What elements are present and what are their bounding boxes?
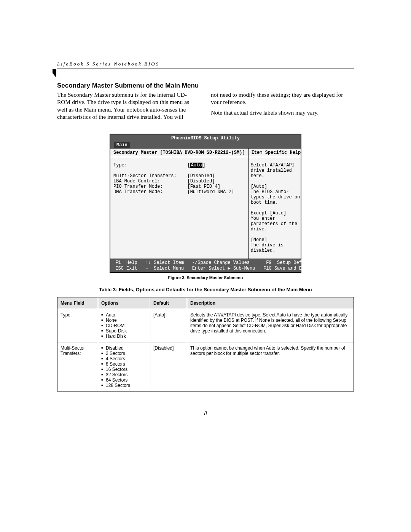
svg-marker-0 — [53, 69, 56, 78]
section-heading: Secondary Master Submenu of the Main Men… — [57, 82, 354, 89]
cell-default: [Disabled] — [150, 342, 187, 391]
intro-text-right-2: Note that actual drive labels shown may … — [211, 109, 354, 116]
bios-help-header: Item Specific Help — [249, 149, 304, 157]
table-header: Options — [98, 297, 150, 309]
cell-options: AutoNoneCD-ROMSuperDiskHard Disk — [98, 309, 150, 342]
running-header: LifeBook S Series Notebook BIOS — [57, 61, 354, 69]
bios-settings-panel: Type: [Auto] Multi-Sector Transfers: [Di… — [110, 157, 248, 248]
table-row: Multi-Sector Transfers:Disabled2 Sectors… — [57, 342, 354, 391]
table-header: Menu Field — [57, 297, 98, 309]
bios-breadcrumb: Secondary Master [TOSHIBA DVD-ROM SD-R22… — [110, 149, 248, 157]
cell-default: [Auto] — [150, 309, 187, 342]
cell-description: Selects the ATA/ATAPI device type. Selec… — [187, 309, 354, 342]
option-item: 128 Sectors — [101, 383, 147, 388]
option-item: 2 Sectors — [101, 351, 147, 356]
bios-screenshot: PhoenixBIOS Setup Utility Main Secondary… — [110, 134, 301, 273]
option-item: SuperDisk — [101, 328, 147, 334]
figure-caption: Figure 3. Secondary Master Submenu — [57, 275, 354, 280]
option-item: 8 Sectors — [101, 361, 147, 367]
table-header: Description — [187, 297, 354, 309]
intro-text-left: The Secondary Master submenu is for the … — [57, 91, 200, 121]
table-header: Default — [150, 297, 187, 309]
option-item: Hard Disk — [101, 334, 147, 339]
intro-text-right-1: not need to modify these settings; they … — [211, 91, 354, 106]
cell-description: This option cannot be changed when Auto … — [187, 342, 354, 391]
option-item: None — [101, 318, 147, 323]
bios-tab-main: Main — [114, 142, 130, 148]
cell-field: Multi-Sector Transfers: — [57, 342, 98, 391]
table-caption: Table 3: Fields, Options and Defaults fo… — [57, 287, 354, 292]
cell-field: Type: — [57, 309, 98, 342]
bios-help-text: Select ATA/ATAPI drive installed here. [… — [249, 157, 304, 259]
bios-title: PhoenixBIOS Setup Utility — [110, 134, 301, 142]
option-item: Disabled — [101, 345, 147, 351]
bios-key-legend: F1 Help ↑↓ Select Item -/Space Change Va… — [110, 259, 301, 272]
option-item: 4 Sectors — [101, 356, 147, 361]
options-table: Menu FieldOptionsDefaultDescription Type… — [57, 297, 354, 391]
page-number: 8 — [57, 411, 354, 417]
option-item: 16 Sectors — [101, 367, 147, 372]
option-item: Auto — [101, 312, 147, 318]
table-row: Type:AutoNoneCD-ROMSuperDiskHard Disk[Au… — [57, 309, 354, 342]
option-item: CD-ROM — [101, 323, 147, 328]
cell-options: Disabled2 Sectors4 Sectors8 Sectors16 Se… — [98, 342, 150, 391]
option-item: 64 Sectors — [101, 377, 147, 383]
option-item: 32 Sectors — [101, 372, 147, 377]
